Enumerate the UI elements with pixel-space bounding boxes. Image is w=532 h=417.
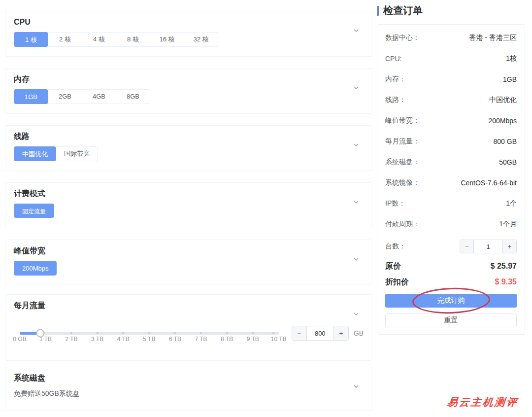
row-label: 线路： — [385, 96, 406, 104]
slider-track[interactable] — [20, 332, 279, 335]
plus-button[interactable]: + — [502, 240, 516, 253]
discount-price-value: $ 9.35 — [495, 278, 517, 286]
chevron-down-icon[interactable] — [353, 199, 359, 205]
price-label: 原价 — [385, 261, 401, 272]
order-card: 数据中心：香港 - 香港三区 CPU:1核 内存：1GB 线路：中国优化 峰值带… — [377, 24, 525, 335]
order-row: 系统磁盘：50GB — [385, 152, 517, 173]
bandwidth-option[interactable]: 200Mbps — [14, 261, 57, 276]
section-title: 计费模式 — [14, 188, 364, 199]
chevron-down-icon[interactable] — [353, 28, 359, 34]
row-value: 200Mbps — [488, 117, 517, 125]
traffic-stepper: − + — [292, 326, 349, 341]
cpu-option[interactable]: 8 核 — [116, 32, 150, 47]
quantity-input[interactable] — [474, 240, 502, 253]
order-row: 数据中心：香港 - 香港三区 — [385, 28, 517, 48]
slider-stop — [174, 332, 176, 334]
row-value: 1GB — [503, 75, 517, 83]
row-value: CentOS-7.6-64-bit — [461, 179, 517, 187]
order-config-page: CPU 1 核 2 核 4 核 8 核 16 核 32 核 内存 1GB 2GB… — [0, 0, 532, 417]
row-label: 付款周期： — [385, 220, 420, 229]
title-accent-bar — [377, 6, 379, 16]
tick-label: 7 TB — [195, 336, 207, 343]
memory-option[interactable]: 8GB — [116, 89, 150, 104]
tick-label: 3 TB — [91, 336, 103, 343]
cpu-option[interactable]: 1 核 — [14, 32, 48, 47]
row-label: 数据中心： — [385, 34, 420, 42]
discount-price-row: 折扣价 $ 9.35 — [385, 274, 517, 290]
section-title: CPU — [14, 17, 364, 28]
slider-handle[interactable] — [36, 329, 45, 338]
tick-label: 4 TB — [117, 336, 130, 343]
section-title: 每月流量 — [14, 300, 364, 311]
tick-label: 9 TB — [247, 336, 259, 343]
section-title: 线路 — [14, 131, 364, 142]
traffic-row: 0 GB 1 TB 2 TB 3 TB 4 TB 5 TB 6 TB 7 TB … — [14, 326, 364, 341]
tick-label: 5 TB — [143, 336, 155, 343]
tick-label: 6 TB — [169, 336, 181, 343]
section-cpu: CPU 1 核 2 核 4 核 8 核 16 核 32 核 — [5, 11, 372, 57]
slider-stop — [148, 332, 150, 334]
minus-button[interactable]: − — [460, 240, 474, 253]
section-title: 系统磁盘 — [14, 373, 364, 383]
memory-option[interactable]: 2GB — [48, 89, 82, 104]
slider-stop — [272, 332, 274, 334]
section-bandwidth: 峰值带宽 200Mbps — [5, 240, 372, 284]
memory-option[interactable]: 4GB — [82, 89, 116, 104]
chevron-down-icon[interactable] — [353, 383, 359, 389]
row-label: CPU: — [385, 55, 401, 63]
traffic-unit-label: GB — [354, 329, 364, 337]
line-option[interactable]: 中国优化 — [14, 146, 56, 161]
slider-stop — [200, 332, 202, 334]
cpu-option[interactable]: 2 核 — [48, 32, 82, 47]
original-price-row: 原价 $ 25.97 — [385, 258, 517, 274]
submit-order-button[interactable]: 完成订购 — [385, 294, 517, 308]
row-value: 1核 — [506, 54, 517, 63]
order-row: 峰值带宽：200Mbps — [385, 110, 517, 131]
row-value: 800 GB — [494, 138, 517, 145]
billing-options: 固定流量 — [14, 204, 54, 218]
slider-stop — [226, 332, 228, 334]
row-label: 峰值带宽： — [385, 116, 420, 125]
traffic-value-input[interactable] — [307, 326, 333, 340]
chevron-down-icon[interactable] — [353, 256, 359, 262]
order-row: 线路：中国优化 — [385, 90, 517, 110]
order-header: 检查订单 — [377, 4, 525, 17]
chevron-down-icon[interactable] — [353, 142, 359, 148]
config-column: CPU 1 核 2 核 4 核 8 核 16 核 32 核 内存 1GB 2GB… — [5, 11, 372, 411]
order-summary-panel: 检查订单 数据中心：香港 - 香港三区 CPU:1核 内存：1GB 线路：中国优… — [377, 4, 525, 335]
row-label: 每月流量： — [385, 137, 420, 146]
order-row: 每月流量：800 GB — [385, 131, 517, 152]
tick-label: 8 TB — [221, 336, 233, 343]
line-option[interactable]: 国际带宽 — [56, 146, 98, 161]
row-value: 香港 - 香港三区 — [469, 34, 517, 42]
billing-option[interactable]: 固定流量 — [14, 204, 54, 218]
quantity-row: 台数： − + — [385, 235, 517, 258]
cpu-option[interactable]: 4 核 — [82, 32, 116, 47]
submit-order-label: 完成订购 — [437, 296, 465, 304]
cpu-option[interactable]: 32 核 — [184, 32, 218, 47]
memory-option[interactable]: 1GB — [14, 89, 48, 104]
cpu-option[interactable]: 16 核 — [150, 32, 184, 47]
chevron-down-icon[interactable] — [353, 311, 359, 317]
slider-stop — [122, 332, 124, 334]
order-row: 付款周期：1个月 — [385, 214, 517, 235]
row-value: 1个月 — [499, 220, 517, 229]
row-label: 台数： — [385, 242, 406, 251]
row-label: IP数： — [385, 199, 405, 208]
section-title: 峰值带宽 — [14, 245, 364, 256]
plus-button[interactable]: + — [333, 326, 348, 340]
section-billing: 计费模式 固定流量 — [5, 182, 372, 228]
bandwidth-options: 200Mbps — [14, 261, 57, 276]
memory-options: 1GB 2GB 4GB 8GB — [14, 89, 150, 104]
reset-button[interactable]: 重置 — [385, 313, 517, 327]
section-memory: 内存 1GB 2GB 4GB 8GB — [5, 68, 372, 114]
section-disk: 系统磁盘 免费赠送50GB系统盘 — [5, 367, 372, 411]
minus-button[interactable]: − — [292, 326, 307, 340]
watermark-text: 易云主机测评 — [447, 395, 519, 409]
section-line: 线路 中国优化 国际带宽 — [5, 125, 372, 171]
order-row: IP数：1个 — [385, 193, 517, 214]
tick-label: 0 GB — [13, 336, 26, 343]
chevron-down-icon[interactable] — [353, 85, 359, 91]
quantity-stepper: − + — [460, 240, 517, 253]
order-title: 检查订单 — [383, 4, 423, 17]
